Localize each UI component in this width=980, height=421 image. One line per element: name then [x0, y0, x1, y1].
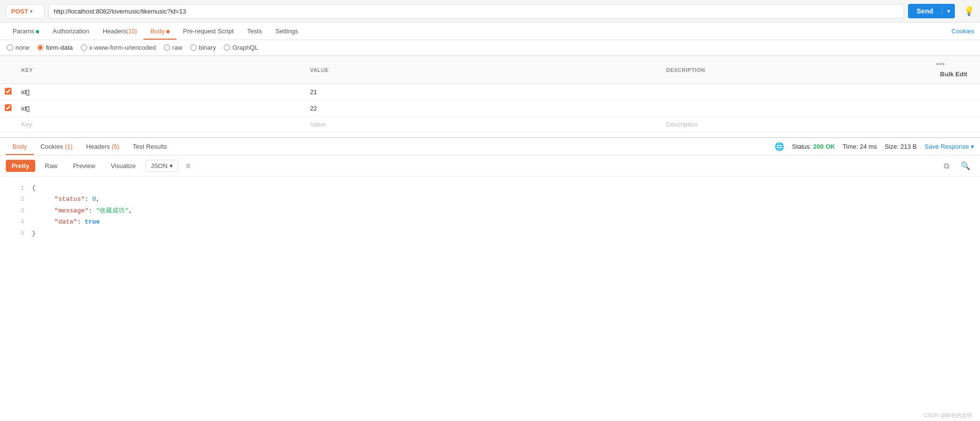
radio-form-data[interactable]: form-data [37, 44, 73, 51]
body-type-row: none form-data x-www-form-urlencoded raw… [0, 40, 980, 56]
line-num-1: 1 [10, 182, 24, 194]
response-headers-badge: (5) [112, 143, 119, 150]
json-line-2: 2 "status": 0, [10, 194, 970, 205]
size-label-text: Size: 213 B [885, 143, 917, 150]
send-dropdown-arrow-icon[interactable]: ▾ [942, 8, 955, 14]
radio-urlencoded[interactable]: x-www-form-urlencoded [81, 44, 156, 51]
send-button[interactable]: Send ▾ [908, 4, 955, 18]
format-raw-button[interactable]: Raw [39, 160, 63, 172]
table-row: id[] 22 [0, 100, 980, 117]
json-open-brace: { [32, 184, 36, 192]
tab-headers[interactable]: Headers(10) [96, 23, 144, 40]
params-dot [36, 30, 39, 33]
json-line-4: 4 "data": true [10, 216, 970, 227]
response-tab-body[interactable]: Body [6, 138, 34, 155]
tab-params[interactable]: Params [6, 23, 46, 40]
send-label: Send [908, 7, 942, 15]
tab-pre-request-label: Pre-request Script [183, 28, 234, 35]
time-label: Time: [843, 143, 858, 150]
radio-urlencoded-label: x-www-form-urlencoded [89, 44, 156, 51]
empty-row-key[interactable]: Key [16, 117, 305, 132]
size-label: Size: [885, 143, 899, 150]
response-test-results-label: Test Results [133, 143, 167, 150]
json-data-key: "data" [55, 218, 77, 225]
copy-icon[interactable]: ⧉ [940, 160, 953, 172]
json-status-key: "status" [55, 196, 85, 203]
row2-checkbox[interactable] [5, 104, 12, 111]
response-tab-bar: Body Cookies (1) Headers (5) Test Result… [0, 138, 980, 155]
json-format-dropdown[interactable]: JSON ▾ [145, 160, 178, 172]
json-indent-4 [36, 218, 51, 225]
method-text: POST [11, 8, 28, 15]
save-response-button[interactable]: Save Response ▾ [924, 143, 974, 150]
tab-body-label: Body [150, 28, 165, 35]
radio-raw[interactable]: raw [164, 44, 183, 51]
json-colon-2: : [88, 207, 96, 214]
row1-key[interactable]: id[] [16, 84, 305, 100]
cookies-badge: (1) [65, 143, 72, 150]
response-tab-test-results[interactable]: Test Results [126, 138, 174, 155]
lightbulb-icon[interactable]: 💡 [964, 6, 974, 16]
row2-key[interactable]: id[] [16, 100, 305, 117]
cookies-link[interactable]: Cookies [951, 23, 974, 40]
headers-badge: (10) [127, 28, 137, 35]
tab-authorization-label: Authorization [53, 28, 89, 35]
radio-form-data-label: form-data [46, 44, 73, 51]
radio-graphql[interactable]: GraphQL [224, 44, 258, 51]
format-visualize-button[interactable]: Visualize [105, 160, 142, 172]
row1-description[interactable] [662, 84, 932, 100]
table-description-header: DESCRIPTION [662, 56, 932, 84]
tab-settings-label: Settings [275, 28, 298, 35]
line-num-4: 4 [10, 216, 24, 227]
params-table: KEY VALUE DESCRIPTION ••• Bulk Edit id[]… [0, 56, 980, 132]
globe-icon[interactable]: 🌐 [775, 142, 784, 151]
json-comma-2: , [129, 207, 132, 214]
radio-binary[interactable]: binary [190, 44, 216, 51]
json-indent-3 [36, 207, 51, 214]
empty-row-checkbox-cell [0, 117, 16, 132]
empty-row-description[interactable]: Description [662, 117, 932, 132]
row2-description[interactable] [662, 100, 932, 117]
json-message-value: "收藏成功" [96, 207, 129, 214]
json-indent-2 [36, 196, 51, 203]
radio-binary-label: binary [199, 44, 216, 51]
status-value: 200 OK [813, 143, 835, 150]
search-icon[interactable]: 🔍 [957, 159, 974, 172]
line-num-3: 3 [10, 205, 24, 216]
empty-row-value[interactable]: Value [305, 117, 662, 132]
tab-settings[interactable]: Settings [269, 23, 305, 40]
json-data-value: true [85, 218, 100, 225]
bulk-edit-button[interactable]: Bulk Edit [936, 69, 971, 80]
tab-headers-label: Headers [103, 28, 127, 35]
time-label-text: Time: 24 ms [843, 143, 877, 150]
format-pretty-button[interactable]: Pretty [6, 160, 35, 172]
method-chevron-icon: ▾ [30, 9, 32, 14]
more-options-icon[interactable]: ••• [936, 60, 945, 68]
word-wrap-icon[interactable]: ≡ [182, 160, 194, 172]
row1-checkbox[interactable] [5, 88, 12, 95]
status-label: Status: [792, 143, 811, 150]
tab-params-label: Params [13, 28, 34, 35]
response-tab-cookies[interactable]: Cookies (1) [34, 138, 79, 155]
response-tab-headers[interactable]: Headers (5) [79, 138, 126, 155]
tab-pre-request-script[interactable]: Pre-request Script [176, 23, 241, 40]
tab-tests[interactable]: Tests [241, 23, 269, 40]
size-value: 213 B [900, 143, 917, 150]
radio-none[interactable]: none [7, 44, 29, 51]
response-headers-label: Headers [86, 143, 110, 150]
row1-value[interactable]: 21 [305, 84, 662, 100]
status-label-text: Status: 200 OK [792, 143, 835, 150]
body-dot [166, 30, 170, 33]
method-dropdown[interactable]: POST ▾ [6, 4, 44, 18]
tab-body[interactable]: Body [144, 23, 176, 40]
line-num-2: 2 [10, 194, 24, 205]
tab-authorization[interactable]: Authorization [46, 23, 96, 40]
json-viewer: 1{ 2 "status": 0, 3 "message": "收藏成功", 4… [0, 177, 980, 245]
response-cookies-label: Cookies [41, 143, 63, 150]
row2-checkbox-cell [0, 100, 16, 117]
format-preview-button[interactable]: Preview [67, 160, 101, 172]
json-colon-1: : [85, 196, 92, 203]
row2-value[interactable]: 22 [305, 100, 662, 117]
url-input[interactable] [48, 4, 904, 18]
save-response-arrow-icon: ▾ [971, 143, 974, 150]
